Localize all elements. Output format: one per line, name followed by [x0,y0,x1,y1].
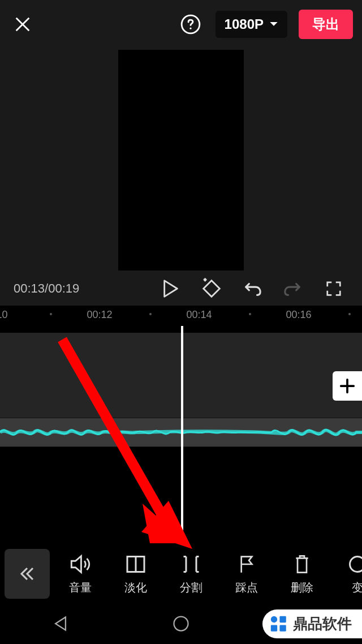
help-icon [180,14,201,35]
tool-beat[interactable]: 踩点 [221,553,273,595]
play-icon [162,279,179,298]
double-chevron-left-icon [19,564,36,583]
tool-more[interactable]: 变 [331,553,362,595]
add-clip-button[interactable] [333,371,362,401]
svg-rect-9 [279,616,286,622]
close-icon [13,15,32,34]
tool-volume[interactable]: 音量 [54,553,106,595]
timecode-display: 00:13/00:19 [14,281,145,296]
play-button[interactable] [156,274,186,303]
fullscreen-button[interactable] [319,274,348,303]
watermark-logo-icon [269,615,288,634]
volume-icon [69,554,92,574]
tool-delete[interactable]: 删除 [276,553,328,595]
redo-icon [283,280,303,297]
video-preview[interactable] [118,50,244,271]
undo-button[interactable] [238,274,267,303]
fullscreen-icon [325,280,342,297]
timeline-ruler: 0:10 00:12 00:14 00:16 [0,306,362,326]
split-icon [181,554,201,574]
preview-area [0,49,362,272]
bottom-toolbar: 音量 淡化 分割 踩点 [0,544,362,603]
flag-icon [238,554,256,574]
undo-icon [243,280,262,297]
svg-rect-11 [279,625,286,631]
export-button[interactable]: 导出 [299,10,353,39]
nav-back-button[interactable] [49,612,72,635]
circle-home-icon [173,615,189,632]
resolution-label: 1080P [225,16,264,32]
watermark-text: 鼎品软件 [293,614,352,634]
playhead[interactable] [181,326,183,535]
keyframe-button[interactable] [197,274,226,303]
help-button[interactable] [177,11,204,38]
toolbar-back-button[interactable] [5,549,50,599]
resolution-selector[interactable]: 1080P [216,11,287,38]
triangle-back-icon [54,616,67,632]
redo-button[interactable] [278,274,308,303]
plus-icon [339,377,356,394]
svg-point-1 [189,28,191,29]
playback-controls: 00:13/00:19 [0,272,362,306]
circle-icon [347,554,362,574]
nav-home-button[interactable] [170,612,192,635]
svg-point-5 [350,556,363,572]
timeline[interactable]: 0:10 00:12 00:14 00:16 [0,306,362,544]
trash-icon [293,553,311,575]
diamond-plus-icon [200,277,223,300]
svg-rect-10 [271,625,277,631]
fade-icon [126,554,146,574]
tool-fade[interactable]: 淡化 [110,553,162,595]
svg-point-6 [174,617,188,631]
watermark-badge: 鼎品软件 [262,609,362,638]
svg-point-8 [271,616,277,622]
top-bar: 1080P 导出 [0,0,362,49]
tool-split[interactable]: 分割 [165,553,217,595]
close-button[interactable] [9,11,36,38]
chevron-down-icon [269,21,278,28]
